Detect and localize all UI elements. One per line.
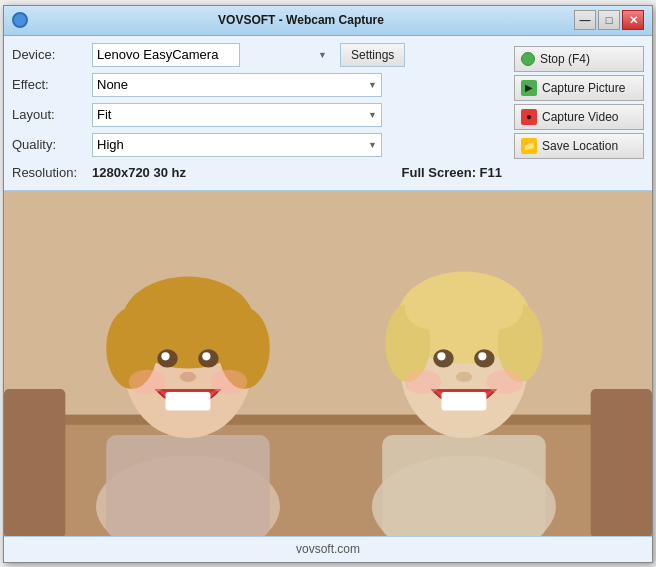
main-window: VOVSOFT - Webcam Capture — □ ✕ Device: L… — [3, 5, 653, 563]
maximize-button[interactable]: □ — [598, 10, 620, 30]
left-controls: Device: Lenovo EasyCamera Settings Effec… — [12, 42, 506, 184]
svg-point-15 — [161, 352, 169, 360]
capture-picture-label: Capture Picture — [542, 81, 625, 95]
resolution-label: Resolution: — [12, 165, 92, 180]
right-buttons: Stop (F4) ▶ Capture Picture ● Capture Vi… — [506, 42, 644, 184]
svg-point-33 — [478, 352, 486, 360]
device-row: Device: Lenovo EasyCamera Settings — [12, 42, 506, 68]
svg-point-36 — [405, 369, 442, 394]
layout-select-wrapper: FitStretchOriginal — [92, 103, 382, 127]
svg-point-12 — [188, 286, 249, 337]
capture-video-icon: ● — [521, 109, 537, 125]
svg-rect-3 — [4, 191, 652, 415]
device-select[interactable]: Lenovo EasyCamera — [92, 43, 240, 67]
svg-rect-17 — [165, 392, 210, 410]
svg-point-28 — [405, 284, 462, 329]
stop-indicator — [521, 52, 535, 66]
svg-point-11 — [127, 286, 188, 337]
stop-label: Stop (F4) — [540, 52, 590, 66]
effect-select-wrapper: None — [92, 73, 382, 97]
quality-row: Quality: HighMediumLow — [12, 132, 506, 158]
device-select-wrapper: Lenovo EasyCamera — [92, 43, 332, 67]
device-label: Device: — [12, 47, 92, 62]
effect-label: Effect: — [12, 77, 92, 92]
svg-rect-39 — [591, 389, 652, 536]
capture-video-button[interactable]: ● Capture Video — [514, 104, 644, 130]
quality-label: Quality: — [12, 137, 92, 152]
save-location-label: Save Location — [542, 139, 618, 153]
svg-rect-22 — [382, 435, 546, 536]
svg-point-20 — [210, 369, 247, 394]
camera-preview — [4, 191, 652, 536]
stop-button[interactable]: Stop (F4) — [514, 46, 644, 72]
svg-point-37 — [486, 369, 523, 394]
svg-point-19 — [129, 369, 166, 394]
controls-area: Device: Lenovo EasyCamera Settings Effec… — [4, 36, 652, 191]
save-location-button[interactable]: 📁 Save Location — [514, 133, 644, 159]
controls-container: Device: Lenovo EasyCamera Settings Effec… — [12, 42, 644, 184]
capture-picture-button[interactable]: ▶ Capture Picture — [514, 75, 644, 101]
layout-select[interactable]: FitStretchOriginal — [92, 103, 382, 127]
title-bar: VOVSOFT - Webcam Capture — □ ✕ — [4, 6, 652, 36]
quality-select-wrapper: HighMediumLow — [92, 133, 382, 157]
preview-scene — [4, 191, 652, 536]
svg-rect-38 — [4, 389, 65, 536]
capture-video-label: Capture Video — [542, 110, 619, 124]
quality-select[interactable]: HighMediumLow — [92, 133, 382, 157]
svg-point-18 — [180, 371, 196, 381]
svg-point-29 — [466, 284, 523, 329]
svg-point-32 — [437, 352, 445, 360]
svg-point-16 — [202, 352, 210, 360]
window-title: VOVSOFT - Webcam Capture — [28, 13, 574, 27]
layout-label: Layout: — [12, 107, 92, 122]
save-location-icon: 📁 — [521, 138, 537, 154]
minimize-button[interactable]: — — [574, 10, 596, 30]
effect-select[interactable]: None — [92, 73, 382, 97]
capture-picture-icon: ▶ — [521, 80, 537, 96]
resolution-value: 1280x720 30 hz — [92, 165, 186, 180]
window-icon — [12, 12, 28, 28]
fullscreen-text: Full Screen: F11 — [402, 165, 506, 180]
settings-button[interactable]: Settings — [340, 43, 405, 67]
footer-url: vovsoft.com — [296, 542, 360, 556]
resolution-row: Resolution: 1280x720 30 hz Full Screen: … — [12, 162, 506, 184]
svg-rect-5 — [106, 435, 270, 536]
svg-point-35 — [456, 371, 472, 381]
window-controls: — □ ✕ — [574, 10, 644, 30]
footer: vovsoft.com — [4, 536, 652, 562]
close-button[interactable]: ✕ — [622, 10, 644, 30]
effect-row: Effect: None — [12, 72, 506, 98]
layout-row: Layout: FitStretchOriginal — [12, 102, 506, 128]
svg-rect-34 — [441, 392, 486, 410]
